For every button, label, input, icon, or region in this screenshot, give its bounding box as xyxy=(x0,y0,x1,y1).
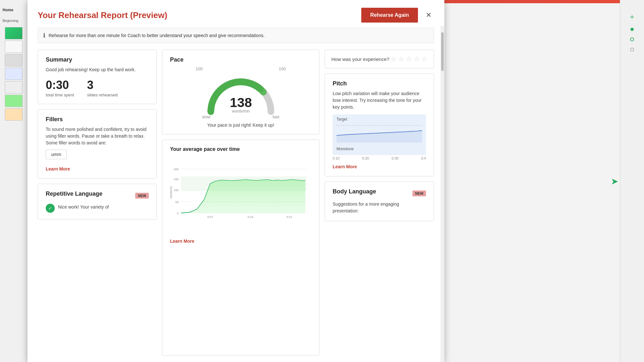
pitch-time-1: 0:10 xyxy=(333,156,339,160)
svg-text:words/min: words/min xyxy=(232,109,250,113)
rehearsal-report-dialog: Your Rehearsal Report (Preview) Rehearse… xyxy=(27,0,444,362)
svg-text:0: 0 xyxy=(177,212,178,215)
pace-slow-label: slow xyxy=(202,114,211,119)
fillers-title: Fillers xyxy=(46,116,149,123)
pace-chart-card: Your average pace over time 200 150 100 … xyxy=(162,140,319,356)
beginning-label: Beginning xyxy=(0,17,27,24)
info-icon: ℹ xyxy=(43,32,45,39)
experience-card: How was your experience? ☆ ☆ ☆ ☆ ☆ xyxy=(325,50,434,68)
svg-marker-19 xyxy=(336,131,422,142)
svg-text:150: 150 xyxy=(174,178,178,181)
filler-word: umm xyxy=(46,150,67,159)
slide-thumb-7 xyxy=(5,108,23,121)
summary-stats: 0:30 total time spent 3 slides rehearsed xyxy=(46,78,149,97)
pace-fast-label: fast xyxy=(273,114,279,119)
nav-plus-icon[interactable]: + xyxy=(630,13,634,21)
left-sidebar: Home Beginning xyxy=(0,0,27,362)
body-language-card: Body Language NEW Suggestions for a more… xyxy=(325,181,434,221)
pitch-chart-svg xyxy=(336,118,422,144)
star-1[interactable]: ☆ xyxy=(391,55,396,63)
pitch-learn-more[interactable]: Learn More xyxy=(333,164,357,169)
info-text: Rehearse for more than one minute for Co… xyxy=(49,33,265,38)
svg-text:0:14: 0:14 xyxy=(248,215,253,219)
svg-text:words/min: words/min xyxy=(170,186,173,199)
slide-thumb-2 xyxy=(5,41,23,53)
pitch-time-3: 0:30 xyxy=(392,156,398,160)
scrollbar-thumb[interactable] xyxy=(441,32,444,71)
pitch-time-4: 0:4 xyxy=(421,156,426,160)
body-lang-title: Body Language xyxy=(333,188,376,195)
star-5[interactable]: ☆ xyxy=(421,55,427,63)
rep-lang-header: Repetitive Language NEW xyxy=(46,191,149,201)
pitch-body: Low pitch variation will make your audie… xyxy=(333,90,426,111)
rep-lang-title: Repetitive Language xyxy=(46,191,102,197)
green-arrow-icon: ➤ xyxy=(611,176,618,186)
time-value: 0:30 xyxy=(46,78,74,92)
pace-chart-learn-more[interactable]: Learn More xyxy=(170,239,194,244)
pitch-title: Pitch xyxy=(333,80,426,87)
rehearse-again-button[interactable]: Rehearse Again xyxy=(361,8,418,23)
slide-thumb-6 xyxy=(5,95,23,107)
info-banner: ℹ Rehearse for more than one minute for … xyxy=(38,28,434,43)
check-icon: ✓ xyxy=(46,204,55,213)
svg-text:100: 100 xyxy=(174,189,178,192)
slides-label: slides rehearsed xyxy=(87,93,118,97)
svg-text:50: 50 xyxy=(175,201,178,204)
gauge-label-100: 100 xyxy=(196,66,203,71)
dialog-title: Your Rehearsal Report (Preview) xyxy=(38,10,167,20)
dialog-content: Summary Good job rehearsing! Keep up the… xyxy=(27,50,444,362)
experience-label: How was your experience? xyxy=(331,56,389,62)
star-4[interactable]: ☆ xyxy=(414,55,420,63)
slide-thumb-5 xyxy=(5,81,23,93)
pace-card: Pace 100 150 xyxy=(162,50,319,134)
pace-title: Pace xyxy=(170,56,311,63)
rep-lang-new-badge: NEW xyxy=(135,193,149,199)
slide-thumb-1 xyxy=(5,27,23,39)
pace-chart-title: Your average pace over time xyxy=(170,146,311,152)
dialog-header: Your Rehearsal Report (Preview) Rehearse… xyxy=(27,0,444,28)
svg-text:200: 200 xyxy=(174,168,178,171)
fillers-card: Fillers To sound more polished and confi… xyxy=(38,109,157,179)
body-lang-header: Body Language NEW xyxy=(333,188,426,198)
nav-circle xyxy=(630,37,634,41)
pace-chart-svg: 200 150 100 50 0 words/min xyxy=(170,156,311,233)
pitch-monotone-label: Monotone xyxy=(336,147,422,151)
body-lang-new-badge: NEW xyxy=(412,191,426,196)
slides-stat: 3 slides rehearsed xyxy=(87,78,118,97)
pitch-time-2: 0:20 xyxy=(362,156,369,160)
stars-container: ☆ ☆ ☆ ☆ ☆ xyxy=(391,55,427,63)
star-3[interactable]: ☆ xyxy=(406,55,412,63)
time-stat: 0:30 total time spent xyxy=(46,78,74,97)
nav-dot-3 xyxy=(630,48,634,52)
rep-lang-text: Nice work! Your variety of xyxy=(58,204,109,210)
slide-thumb-4 xyxy=(5,68,23,80)
summary-title: Summary xyxy=(46,56,149,63)
gauge-container: 100 150 138 wo xyxy=(170,66,311,119)
fillers-learn-more[interactable]: Learn More xyxy=(46,166,70,171)
scrollbar-track[interactable] xyxy=(440,26,444,362)
svg-text:0:07: 0:07 xyxy=(207,215,213,219)
header-right: Rehearse Again ✕ xyxy=(361,8,434,23)
pitch-axis-labels: 0:10 0:20 0:30 0:4 xyxy=(333,156,426,160)
star-2[interactable]: ☆ xyxy=(398,55,404,63)
pitch-target-label: Target xyxy=(336,117,347,122)
pitch-card: Pitch Low pitch variation will make your… xyxy=(325,73,434,176)
svg-text:138: 138 xyxy=(230,95,252,110)
home-label: Home xyxy=(0,3,27,17)
left-column: Summary Good job rehearsing! Keep up the… xyxy=(38,50,157,356)
pitch-chart-container: Target Monotone xyxy=(333,114,426,155)
nav-dot-1 xyxy=(630,28,634,31)
fillers-body: To sound more polished and confident, tr… xyxy=(46,126,149,146)
body-lang-body: Suggestions for a more engaging presenta… xyxy=(333,201,426,214)
time-label: total time spent xyxy=(46,93,74,97)
repetitive-language-card: Repetitive Language NEW ✓ Nice work! You… xyxy=(38,184,157,220)
gauge-labels: 100 150 xyxy=(196,66,286,71)
pace-gauge-svg: 138 words/min xyxy=(199,73,283,118)
pace-feedback: Your pace is just right! Keep it up! xyxy=(170,122,311,128)
gauge-label-150: 150 xyxy=(279,66,286,71)
rep-lang-body: ✓ Nice work! Your variety of xyxy=(46,204,149,213)
ppt-right-panel: + xyxy=(620,0,644,362)
slides-value: 3 xyxy=(87,78,118,92)
close-button[interactable]: ✕ xyxy=(423,10,434,21)
middle-column: Pace 100 150 xyxy=(162,50,319,356)
